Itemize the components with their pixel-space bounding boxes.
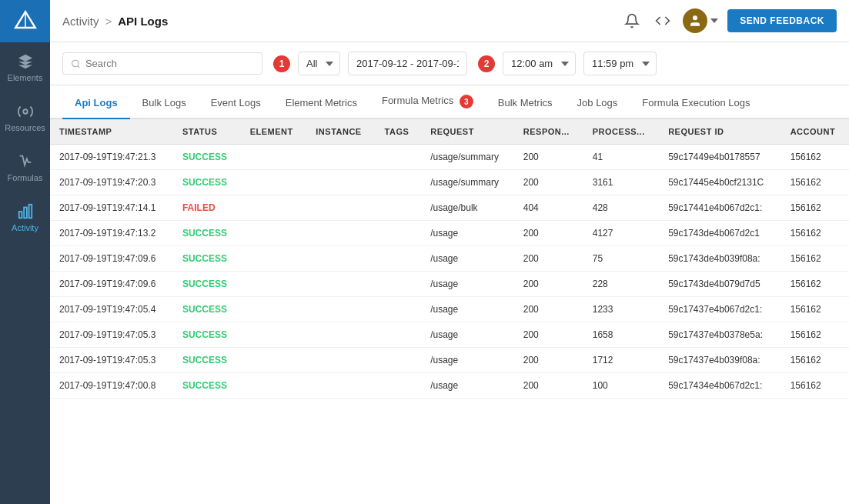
cell-element: [241, 322, 307, 348]
date-range-input[interactable]: [348, 52, 467, 75]
cell-timestamp: 2017-09-19T19:47:14.1: [50, 195, 173, 221]
table-row[interactable]: 2017-09-19T19:47:09.6 SUCCESS /usage 200…: [50, 246, 849, 272]
tab-api-logs[interactable]: Api Logs: [62, 88, 130, 119]
cell-tags: [376, 297, 422, 322]
cell-request-id: 59c17437e4b067d2c1:: [659, 297, 780, 322]
api-logs-table: TIMESTAMP STATUS ELEMENT INSTANCE TAGS R…: [50, 119, 849, 399]
table-row[interactable]: 2017-09-19T19:47:05.3 SUCCESS /usage 200…: [50, 322, 849, 348]
cell-timestamp: 2017-09-19T19:47:00.8: [50, 373, 173, 399]
table-row[interactable]: 2017-09-19T19:47:00.8 SUCCESS /usage 200…: [50, 373, 849, 399]
cell-instance: [306, 221, 375, 246]
cell-status: SUCCESS: [173, 297, 241, 322]
sidebar-item-formulas[interactable]: Formulas: [0, 142, 50, 192]
time-end-select[interactable]: 11:59 pm: [583, 52, 657, 75]
cell-instance: [306, 170, 375, 195]
cell-request: /usage: [421, 272, 514, 297]
search-input[interactable]: [85, 58, 254, 69]
time-start-select[interactable]: 12:00 am: [503, 52, 576, 75]
cell-process: 1233: [583, 297, 659, 322]
tab-bulk-logs[interactable]: Bulk Logs: [130, 88, 199, 119]
cell-process: 100: [583, 373, 659, 399]
cell-tags: [376, 322, 422, 348]
cell-element: [241, 373, 307, 399]
cell-status: SUCCESS: [173, 348, 241, 373]
cell-account: 156162: [781, 348, 849, 373]
cell-account: 156162: [781, 272, 849, 297]
col-request: REQUEST: [421, 119, 514, 145]
col-element: ELEMENT: [241, 119, 307, 145]
cell-element: [241, 145, 307, 170]
cell-tags: [376, 195, 422, 221]
table-row[interactable]: 2017-09-19T19:47:20.3 SUCCESS /usage/sum…: [50, 170, 849, 195]
cell-tags: [376, 373, 422, 399]
cell-instance: [306, 373, 375, 399]
cell-request: /usage/bulk: [421, 195, 514, 221]
cell-account: 156162: [781, 373, 849, 399]
cell-response: 200: [514, 145, 583, 170]
cell-request: /usage: [421, 297, 514, 322]
cell-instance: [306, 272, 375, 297]
cell-element: [241, 221, 307, 246]
table-row[interactable]: 2017-09-19T19:47:14.1 FAILED /usage/bulk…: [50, 195, 849, 221]
user-icon: [688, 14, 702, 28]
chevron-down-icon: [710, 17, 718, 25]
cell-process: 228: [583, 272, 659, 297]
notifications-button[interactable]: [621, 10, 643, 32]
filter-all-select[interactable]: All: [298, 52, 340, 75]
cell-status: SUCCESS: [173, 246, 241, 272]
tab-job-logs[interactable]: Job Logs: [565, 88, 630, 119]
col-instance: INSTANCE: [306, 119, 375, 145]
table-row[interactable]: 2017-09-19T19:47:13.2 SUCCESS /usage 200…: [50, 221, 849, 246]
svg-line-8: [78, 65, 79, 67]
cell-status: SUCCESS: [173, 322, 241, 348]
cell-process: 41: [583, 145, 659, 170]
cell-status: FAILED: [173, 195, 241, 221]
filter-bar: 1 All 2 12:00 am 11:59 pm: [50, 42, 849, 85]
tab-formula-metrics[interactable]: Formula Metrics 3: [369, 85, 486, 119]
table-row[interactable]: 2017-09-19T19:47:05.4 SUCCESS /usage 200…: [50, 297, 849, 322]
table-row[interactable]: 2017-09-19T19:47:09.6 SUCCESS /usage 200…: [50, 272, 849, 297]
cell-timestamp: 2017-09-19T19:47:05.3: [50, 348, 173, 373]
cell-request: /usage: [421, 348, 514, 373]
bell-icon: [624, 13, 640, 28]
code-button[interactable]: [652, 10, 674, 32]
cell-request-id: 59c1743de4b039f08a:: [659, 246, 780, 272]
header-actions: SEND FEEDBACK: [621, 8, 837, 33]
tab-bulk-metrics[interactable]: Bulk Metrics: [486, 88, 565, 119]
sidebar-item-resources[interactable]: Resources: [0, 92, 50, 142]
send-feedback-button[interactable]: SEND FEEDBACK: [727, 9, 837, 32]
tab-element-metrics[interactable]: Element Metrics: [273, 88, 369, 119]
sidebar-logo[interactable]: [0, 0, 50, 42]
table-row[interactable]: 2017-09-19T19:47:21.3 SUCCESS /usage/sum…: [50, 145, 849, 170]
elements-icon: [17, 53, 34, 70]
cell-timestamp: 2017-09-19T19:47:05.3: [50, 322, 173, 348]
cell-request-id: 59c17445e4b0cf2131C: [659, 170, 780, 195]
cell-timestamp: 2017-09-19T19:47:09.6: [50, 246, 173, 272]
cell-tags: [376, 246, 422, 272]
table-row[interactable]: 2017-09-19T19:47:05.3 SUCCESS /usage 200…: [50, 348, 849, 373]
breadcrumb-parent: Activity: [62, 15, 99, 28]
cell-status: SUCCESS: [173, 373, 241, 399]
cell-request: /usage: [421, 246, 514, 272]
cell-tags: [376, 145, 422, 170]
cell-request: /usage: [421, 373, 514, 399]
cell-process: 3161: [583, 170, 659, 195]
cell-request-id: 59c17437e4b039f08a:: [659, 348, 780, 373]
sidebar-item-elements[interactable]: Elements: [0, 42, 50, 92]
activity-icon: [17, 203, 34, 220]
tabs-bar: Api Logs Bulk Logs Event Logs Element Me…: [50, 85, 849, 119]
tab-event-logs[interactable]: Event Logs: [199, 88, 273, 119]
cell-request-id: 59c17449e4b0178557: [659, 145, 780, 170]
cell-instance: [306, 246, 375, 272]
cell-response: 200: [514, 322, 583, 348]
breadcrumb-current: API Logs: [118, 15, 168, 28]
cell-process: 4127: [583, 221, 659, 246]
cell-element: [241, 246, 307, 272]
logo-icon: [13, 9, 38, 34]
tab-formula-execution-logs[interactable]: Formula Execution Logs: [630, 88, 762, 119]
sidebar-item-activity[interactable]: Activity: [0, 192, 50, 242]
svg-point-7: [72, 60, 79, 67]
avatar: [683, 8, 707, 33]
avatar-button[interactable]: [683, 8, 718, 33]
cell-process: 1658: [583, 322, 659, 348]
